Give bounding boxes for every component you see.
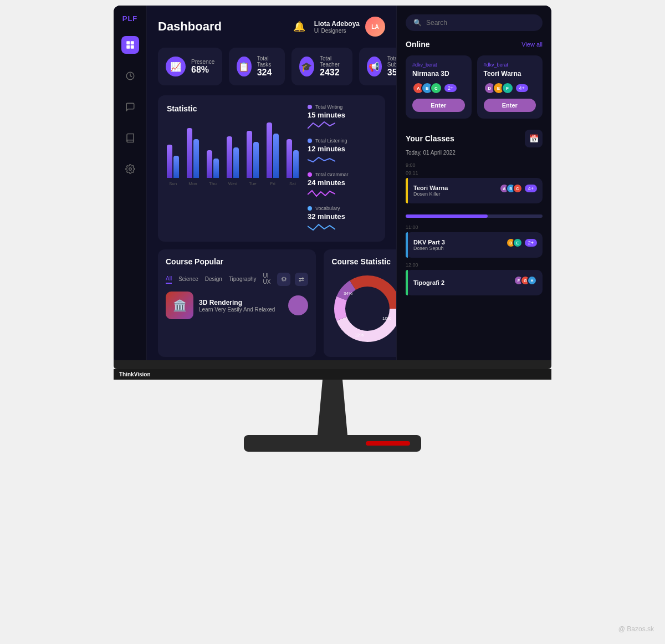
chart-day-mon: Mon bbox=[187, 128, 199, 186]
svg-rect-0 bbox=[126, 41, 130, 44]
settings-icon-btn[interactable]: ⚙ bbox=[277, 273, 290, 286]
legend-grammar: Total Grammar 24 minutes bbox=[308, 172, 376, 199]
tab-science[interactable]: Science bbox=[178, 276, 198, 283]
notification-icon[interactable]: 🔔 bbox=[293, 21, 305, 33]
day-label-tue: Tue bbox=[249, 181, 257, 186]
day-label-sat: Sat bbox=[289, 181, 296, 186]
time-label-0911: 09:11 bbox=[406, 170, 543, 176]
day-label-wed: Wed bbox=[228, 181, 237, 186]
stat-presence: 📈 Presence 68% bbox=[158, 48, 222, 85]
class-name-tipografi: Tipografi 2 bbox=[413, 279, 444, 286]
avatar-6: F bbox=[502, 82, 514, 94]
legend-listening: Total Listening 12 minutes bbox=[308, 138, 376, 165]
page-title: Dashboard bbox=[158, 19, 222, 34]
stat-subjects-value: 354 bbox=[387, 68, 396, 78]
nav-chat[interactable] bbox=[121, 98, 139, 116]
chart-day-wed: Wed bbox=[227, 136, 239, 186]
class-teacher-teori: Dosen Killer bbox=[413, 191, 448, 197]
svg-text:34%: 34% bbox=[344, 291, 352, 296]
nav-dashboard[interactable] bbox=[121, 36, 139, 54]
online-card-title-2: Teori Warna bbox=[484, 70, 536, 78]
brand-label: ThinkVision bbox=[119, 371, 151, 377]
view-all-link[interactable]: View all bbox=[521, 41, 543, 48]
class-card-dkv: DKV Part 3 Dosen Sepuh D E 2+ bbox=[406, 232, 543, 258]
chart-day-fri: Fri bbox=[267, 122, 279, 186]
your-classes-title: Your Classes bbox=[406, 134, 454, 143]
donut-chart: 34% 10% 12% bbox=[331, 273, 396, 345]
enter-button-2[interactable]: Enter bbox=[484, 99, 536, 112]
nav-clock[interactable] bbox=[121, 67, 139, 85]
stat-teacher: 🎓 Total Teacher 2432 bbox=[291, 48, 352, 85]
search-bar[interactable]: 🔍 bbox=[406, 14, 543, 31]
online-title: Online bbox=[406, 40, 430, 49]
online-card-title-1: Nirmana 3D bbox=[412, 70, 465, 78]
nav-book[interactable] bbox=[121, 129, 139, 147]
online-card-tag-1: #dkv_berat bbox=[412, 62, 465, 68]
time-label-900: 9:00 bbox=[406, 162, 543, 168]
svg-point-5 bbox=[129, 168, 131, 171]
tab-uiux[interactable]: UI UX bbox=[263, 273, 271, 286]
course-item-3d: 🏛️ 3D Rendering Learn Very Easily And Re… bbox=[166, 292, 308, 319]
day-label-mon: Mon bbox=[188, 181, 197, 186]
enter-button-1[interactable]: Enter bbox=[412, 99, 465, 112]
svg-text:10%: 10% bbox=[382, 316, 391, 321]
svg-rect-1 bbox=[130, 41, 134, 44]
app-logo: PLF bbox=[122, 14, 138, 23]
time-label-1200: 12:00 bbox=[406, 262, 543, 268]
stat-subjects-label: Total Subjects bbox=[387, 55, 396, 68]
nav-settings[interactable] bbox=[121, 160, 139, 178]
online-card-tag-2: #dkv_berat bbox=[484, 62, 536, 68]
chart-day-thu: Thu bbox=[207, 150, 219, 186]
class-card-tipografi: Tipografi 2 F G H bbox=[406, 270, 543, 295]
svg-rect-2 bbox=[126, 45, 130, 49]
search-input[interactable] bbox=[426, 19, 535, 27]
svg-text:12%: 12% bbox=[355, 333, 364, 338]
tab-tipography[interactable]: Tipography bbox=[229, 276, 257, 283]
statistic-title: Statistic bbox=[167, 104, 299, 113]
class-avatar-8: H bbox=[527, 275, 537, 285]
chart-day-tue: Tue bbox=[247, 131, 259, 186]
calendar-icon[interactable]: 📅 bbox=[525, 130, 543, 147]
day-label-sun: Sun bbox=[169, 181, 177, 186]
class-card-teori: Teori Warna Dosen Killer A B C 4+ bbox=[406, 178, 543, 203]
time-label-1100: 11:00 bbox=[406, 224, 543, 230]
stat-tasks-label: Total Tasks bbox=[257, 55, 277, 68]
day-label-fri: Fri bbox=[270, 181, 275, 186]
svg-rect-3 bbox=[130, 45, 134, 49]
class-avatar-3: C bbox=[513, 183, 523, 193]
class-count-teori: 4+ bbox=[525, 185, 537, 192]
stat-presence-icon: 📈 bbox=[166, 57, 186, 76]
legend-writing: Total Writing 15 minutes bbox=[308, 104, 376, 131]
avatar: LA bbox=[365, 17, 385, 37]
stat-teacher-label: Total Teacher bbox=[320, 55, 345, 68]
stat-teacher-icon: 🎓 bbox=[299, 57, 314, 76]
online-count-2: 4+ bbox=[516, 84, 528, 92]
course-action-circle[interactable] bbox=[288, 295, 308, 315]
course-name: 3D Rendering bbox=[199, 299, 275, 306]
stat-tasks-value: 324 bbox=[257, 68, 277, 78]
online-card-nirmana: #dkv_berat Nirmana 3D A B C 2+ Enter bbox=[406, 55, 472, 119]
class-name-dkv: DKV Part 3 bbox=[413, 239, 445, 246]
classes-date: Today, 01 April 2022 bbox=[406, 150, 543, 156]
search-icon: 🔍 bbox=[413, 19, 422, 27]
course-statistic-title: Course Statistic bbox=[331, 257, 396, 266]
tab-design[interactable]: Design bbox=[205, 276, 222, 283]
watermark: @ Bazos.sk bbox=[618, 625, 654, 633]
legend-vocabulary: Vocabulary 32 minutes bbox=[308, 206, 376, 233]
stat-subjects: 📢 Total Subjects 354 bbox=[359, 48, 396, 85]
filter-icon-btn[interactable]: ⇄ bbox=[295, 273, 308, 286]
stat-tasks-icon: 📋 bbox=[237, 57, 251, 76]
tab-all[interactable]: All bbox=[166, 275, 172, 284]
course-popular-title: Course Popular bbox=[166, 257, 308, 266]
chart-day-sat: Sat bbox=[287, 139, 299, 186]
avatar-3: C bbox=[430, 82, 442, 94]
day-label-thu: Thu bbox=[209, 181, 217, 186]
chart-day-sun: Sun bbox=[167, 145, 179, 186]
course-thumb: 🏛️ bbox=[166, 292, 193, 319]
user-name: Liota Adeboya bbox=[314, 20, 360, 28]
class-name-teori: Teori Warna bbox=[413, 185, 448, 191]
course-desc: Learn Very Easily And Relaxed bbox=[199, 306, 275, 313]
class-teacher-dkv: Dosen Sepuh bbox=[413, 246, 445, 251]
stat-tasks: 📋 Total Tasks 324 bbox=[229, 48, 285, 85]
user-role: UI Designers bbox=[314, 28, 360, 34]
